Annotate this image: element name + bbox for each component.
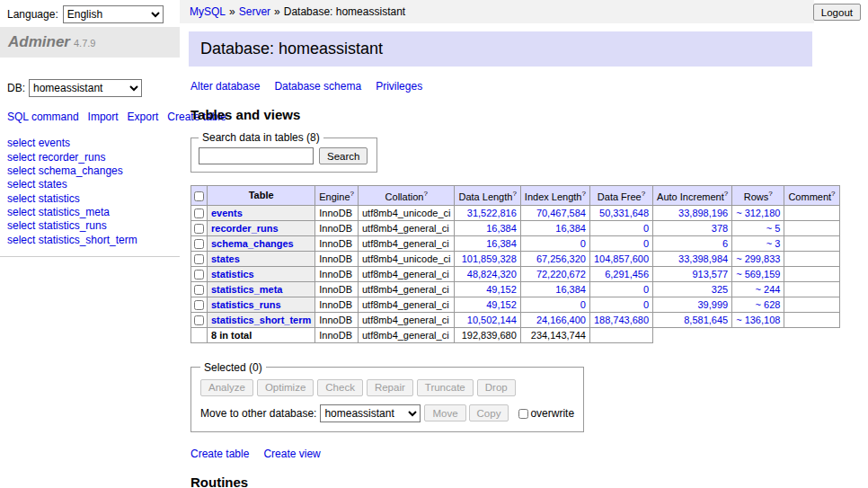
move-db-select[interactable]: homeassistant — [320, 404, 421, 422]
table-link-states[interactable]: states — [211, 253, 240, 264]
help-icon[interactable]: ? — [724, 190, 728, 198]
table-link-events[interactable]: events — [211, 208, 243, 218]
search-input[interactable] — [199, 147, 314, 164]
sidebar-item-select-statistics-short-term[interactable]: select statistics_short_term — [7, 234, 180, 247]
help-icon[interactable]: ? — [512, 190, 516, 198]
row-checkbox-statistics[interactable] — [194, 270, 204, 279]
rows-count-link[interactable]: ~ 312,180 — [736, 208, 780, 218]
auto-increment-link[interactable]: 913,577 — [692, 269, 728, 279]
rows-count-link[interactable]: ~ 628 — [756, 299, 781, 310]
logout-button[interactable]: Logout — [813, 4, 861, 21]
data-length-link[interactable]: 31,522,816 — [467, 208, 517, 218]
sidebar-item-select-events[interactable]: select events — [7, 137, 180, 150]
auto-increment-link[interactable]: 8,581,645 — [684, 315, 728, 325]
rows-count-link[interactable]: ~ 244 — [756, 284, 781, 295]
rows-count-link[interactable]: ~ 299,833 — [736, 253, 780, 264]
index-length-link[interactable]: 67,256,320 — [536, 253, 586, 264]
data-length-link[interactable]: 49,152 — [486, 284, 517, 295]
row-checkbox-states[interactable] — [194, 254, 204, 264]
table-link-schema-changes[interactable]: schema_changes — [211, 238, 294, 249]
table-link-statistics-short-term[interactable]: statistics_short_term — [211, 315, 311, 325]
select-all-checkbox[interactable] — [194, 191, 204, 201]
auto-increment-link[interactable]: 6 — [722, 238, 728, 249]
index-length-link[interactable]: 24,166,400 — [536, 315, 586, 325]
table-header-row: TableEngine?Collation?Data Length?Index … — [191, 186, 840, 206]
column-header-index-length: Index Length? — [520, 186, 589, 206]
help-icon[interactable]: ? — [423, 190, 427, 198]
index-length-link[interactable]: 70,467,584 — [536, 208, 586, 218]
repair-button: Repair — [367, 379, 413, 396]
comment-cell — [784, 297, 839, 312]
data-free-link[interactable]: 188,743,680 — [594, 315, 649, 325]
rows-count-link[interactable]: ~ 3 — [766, 238, 781, 249]
data-length-link[interactable]: 16,384 — [486, 238, 517, 249]
help-icon[interactable]: ? — [350, 190, 354, 198]
link-create-view[interactable]: Create view — [263, 448, 320, 460]
sidebar-item-select-states[interactable]: select states — [7, 178, 180, 191]
data-free-link[interactable]: 0 — [643, 238, 649, 249]
link-database-schema[interactable]: Database schema — [274, 80, 361, 93]
data-free-link[interactable]: 0 — [643, 284, 649, 295]
row-checkbox-statistics-meta[interactable] — [194, 285, 204, 295]
help-icon[interactable]: ? — [831, 190, 835, 198]
row-checkbox-schema-changes[interactable] — [194, 239, 204, 249]
link-alter-database[interactable]: Alter database — [190, 80, 260, 93]
row-checkbox-statistics-short-term[interactable] — [194, 315, 204, 325]
sidebar-item-select-schema-changes[interactable]: select schema_changes — [7, 164, 180, 178]
data-free-link[interactable]: 6,291,456 — [605, 269, 649, 279]
auto-increment-link[interactable]: 378 — [712, 223, 728, 234]
auto-increment-link[interactable]: 325 — [712, 284, 728, 295]
data-length-link[interactable]: 16,384 — [486, 223, 517, 234]
search-button[interactable]: Search — [319, 147, 368, 164]
index-length-link[interactable]: 16,384 — [555, 223, 586, 234]
help-icon[interactable]: ? — [581, 190, 585, 198]
engine-cell: InnoDB — [315, 266, 359, 281]
sidebar-item-select-statistics-runs[interactable]: select statistics_runs — [7, 219, 180, 233]
sidebar-item-select-statistics-meta[interactable]: select statistics_meta — [7, 206, 180, 219]
sidebar-item-select-statistics[interactable]: select statistics — [7, 192, 180, 206]
rows-count-link[interactable]: ~ 5 — [766, 223, 781, 234]
link-create-table[interactable]: Create table — [190, 448, 249, 460]
data-free-link[interactable]: 50,331,648 — [599, 208, 649, 218]
index-length-link[interactable]: 72,220,672 — [536, 269, 586, 279]
help-icon[interactable]: ? — [642, 190, 645, 198]
table-link-statistics[interactable]: statistics — [211, 269, 254, 279]
overwrite-checkbox[interactable] — [518, 409, 528, 419]
index-length-link[interactable]: 0 — [580, 238, 586, 249]
auto-increment-link[interactable]: 33,898,196 — [678, 208, 728, 218]
breadcrumb-link-server[interactable]: Server — [239, 5, 270, 18]
link-privileges[interactable]: Privileges — [376, 80, 422, 93]
sidebar-item-select-recorder-runs[interactable]: select recorder_runs — [7, 151, 180, 164]
db-select[interactable]: homeassistant — [29, 79, 142, 97]
rows-count-link[interactable]: ~ 136,108 — [736, 315, 780, 325]
sidebar-link-export[interactable]: Export — [128, 111, 159, 123]
table-link-statistics-meta[interactable]: statistics_meta — [211, 284, 283, 295]
data-free-link[interactable]: 0 — [643, 223, 649, 234]
data-length-link[interactable]: 49,152 — [486, 299, 517, 310]
engine-cell: InnoDB — [315, 297, 359, 312]
sidebar-link-sql-command[interactable]: SQL command — [7, 111, 79, 123]
help-icon[interactable]: ? — [768, 190, 772, 198]
table-link-statistics-runs[interactable]: statistics_runs — [211, 299, 281, 310]
data-length-cell: 49,152 — [455, 297, 520, 312]
table-link-recorder-runs[interactable]: recorder_runs — [211, 223, 279, 234]
adminer-logo-link[interactable]: Adminer — [8, 33, 70, 50]
data-free-link[interactable]: 104,857,600 — [594, 253, 649, 264]
comment-cell — [784, 205, 839, 220]
breadcrumb-link-mysql[interactable]: MySQL — [190, 5, 226, 18]
auto-increment-link[interactable]: 33,398,984 — [678, 253, 728, 264]
data-length-link[interactable]: 48,824,320 — [467, 269, 517, 279]
language-select[interactable]: English — [63, 5, 164, 23]
auto-increment-link[interactable]: 39,999 — [698, 299, 729, 310]
data-free-link[interactable]: 0 — [643, 299, 649, 310]
row-checkbox-recorder-runs[interactable] — [194, 224, 204, 234]
row-checkbox-statistics-runs[interactable] — [194, 300, 204, 310]
index-length-link[interactable]: 16,384 — [555, 284, 586, 295]
sidebar-link-import[interactable]: Import — [88, 111, 119, 123]
rows-count-link[interactable]: ~ 569,159 — [736, 269, 780, 279]
row-checkbox-events[interactable] — [194, 209, 204, 218]
data-length-link[interactable]: 101,859,328 — [462, 253, 517, 264]
index-length-link[interactable]: 0 — [580, 299, 586, 310]
data-length-link[interactable]: 10,502,144 — [467, 315, 517, 325]
breadcrumb-current: Database: homeassistant — [284, 5, 405, 18]
